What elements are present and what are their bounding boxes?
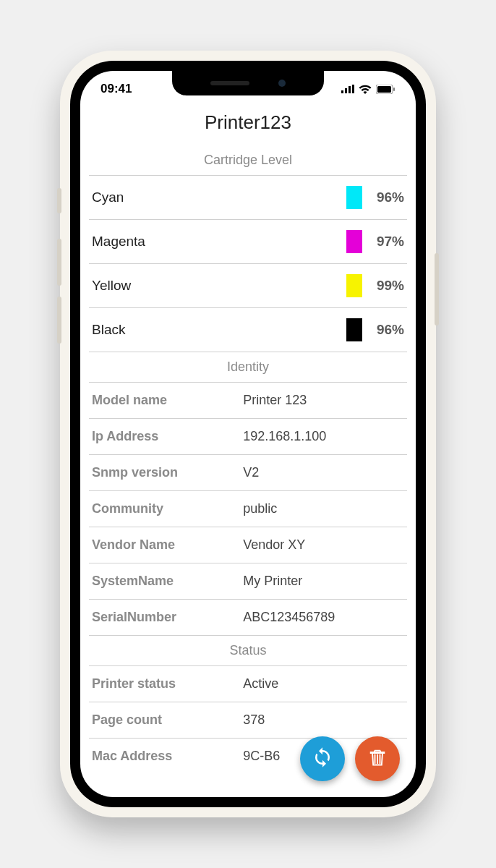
status-key: Printer status (92, 676, 243, 692)
refresh-icon (312, 746, 333, 771)
status-value: Active (243, 676, 407, 692)
cellular-signal-icon (341, 85, 354, 93)
identity-key: Snmp version (92, 465, 243, 480)
svg-rect-3 (352, 85, 354, 93)
camera-icon (278, 80, 286, 87)
identity-row: SerialNumber ABC123456789 (89, 600, 407, 635)
page-title: Printer123 (80, 107, 416, 145)
phone-side-button (57, 188, 61, 213)
status-time: 09:41 (101, 82, 132, 96)
identity-key: SystemName (92, 574, 243, 589)
phone-side-button (57, 297, 61, 344)
cartridge-row-magenta: Magenta 97% (80, 220, 416, 263)
cartridge-swatch (346, 274, 362, 297)
cartridge-swatch (346, 318, 362, 341)
identity-key: Community (92, 501, 243, 516)
status-key: Page count (92, 712, 243, 728)
cartridge-label: Cyan (92, 190, 346, 205)
cartridge-row-cyan: Cyan 96% (80, 176, 416, 219)
speaker-icon (210, 81, 249, 85)
cartridge-row-black: Black 96% (80, 308, 416, 352)
identity-section-header: Identity (80, 352, 416, 382)
svg-rect-2 (349, 86, 351, 93)
action-buttons (300, 736, 400, 781)
cartridge-row-yellow: Yellow 99% (80, 264, 416, 307)
status-key: Mac Address (92, 749, 243, 764)
svg-rect-5 (377, 86, 391, 93)
cartridge-swatch (346, 230, 362, 253)
identity-value: Vendor XY (243, 537, 407, 553)
svg-rect-1 (345, 88, 347, 93)
status-section-header: Status (80, 636, 416, 665)
cartridge-swatch (346, 186, 362, 209)
identity-value: My Printer (243, 574, 407, 589)
status-row: Page count 378 (89, 702, 407, 738)
phone-side-button (435, 253, 439, 326)
trash-icon (367, 747, 388, 770)
identity-key: Ip Address (92, 429, 243, 444)
cartridge-percent: 96% (369, 190, 404, 205)
identity-row: SystemName My Printer (89, 563, 407, 599)
identity-row: Vendor Name Vendor XY (89, 527, 407, 563)
screen: 09:41 Printer123 Cartridge Level (80, 71, 416, 797)
cartridge-label: Black (92, 322, 346, 338)
identity-value: 192.168.1.100 (243, 429, 407, 444)
identity-row: Community public (89, 491, 407, 527)
refresh-button[interactable] (300, 736, 345, 781)
identity-value: ABC123456789 (243, 610, 407, 625)
svg-rect-0 (341, 90, 343, 93)
content[interactable]: Printer123 Cartridge Level Cyan 96% Mage… (80, 107, 416, 797)
identity-value: V2 (243, 465, 407, 480)
identity-value: public (243, 501, 407, 516)
status-indicators (341, 85, 395, 94)
identity-row: Snmp version V2 (89, 455, 407, 490)
phone-side-button (57, 239, 61, 286)
identity-value: Printer 123 (243, 393, 407, 408)
status-row: Printer status Active (89, 666, 407, 702)
cartridge-percent: 99% (369, 278, 404, 294)
identity-row: Model name Printer 123 (89, 383, 407, 418)
delete-button[interactable] (355, 736, 400, 781)
status-value: 378 (243, 712, 407, 728)
svg-rect-6 (393, 88, 395, 91)
phone-bezel: 09:41 Printer123 Cartridge Level (70, 61, 426, 807)
identity-key: Vendor Name (92, 537, 243, 553)
identity-key: Model name (92, 393, 243, 408)
phone-frame: 09:41 Printer123 Cartridge Level (60, 51, 436, 817)
wifi-icon (359, 85, 372, 94)
cartridge-section-header: Cartridge Level (80, 145, 416, 175)
cartridge-label: Magenta (92, 234, 346, 250)
phone-notch (172, 71, 324, 95)
identity-row: Ip Address 192.168.1.100 (89, 419, 407, 454)
cartridge-percent: 96% (369, 322, 404, 338)
cartridge-percent: 97% (369, 234, 404, 250)
cartridge-label: Yellow (92, 278, 346, 294)
identity-key: SerialNumber (92, 610, 243, 625)
battery-icon (376, 85, 395, 94)
